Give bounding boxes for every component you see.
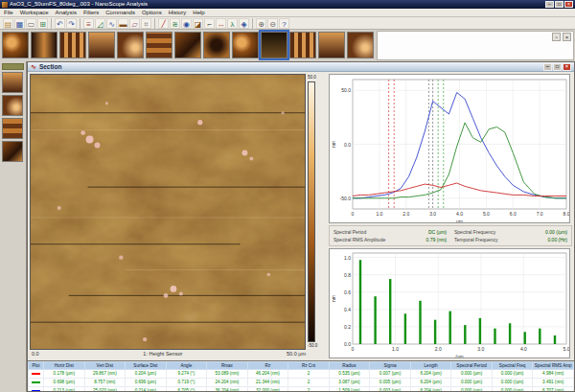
sidebar-thumbnail-2[interactable] <box>2 95 23 116</box>
column-header-14[interactable]: Spectral RMS Amp <box>533 362 574 370</box>
section-minimize-button[interactable]: – <box>543 63 552 71</box>
column-header-6[interactable]: Rmax <box>207 362 248 370</box>
menu-help[interactable]: Help <box>193 9 204 17</box>
table-cell: 9.274 (°) <box>166 370 207 379</box>
flatten-icon[interactable]: ≡ <box>83 18 94 29</box>
thumbnail-3[interactable] <box>59 32 86 58</box>
section-maximize-button[interactable]: □ <box>553 63 562 71</box>
column-header-11[interactable]: Length <box>410 362 451 370</box>
erase-icon[interactable]: ▱ <box>129 18 140 29</box>
close-button[interactable]: × <box>564 1 573 8</box>
svg-text:5.0: 5.0 <box>483 211 490 217</box>
section-icon: ∿ <box>31 62 36 72</box>
menu-analysis[interactable]: Analysis <box>56 9 77 17</box>
thumbnail-11[interactable] <box>289 32 316 58</box>
thumbnail-8[interactable] <box>203 32 230 58</box>
svg-text:/µm: /µm <box>455 354 463 359</box>
undo-icon[interactable]: ↶ <box>55 18 65 29</box>
help-icon[interactable]: ? <box>279 18 289 29</box>
open-file-icon[interactable]: ▤ <box>3 18 13 29</box>
spectral-info: Spectral PeriodDC (µm)Spectral Frequency… <box>329 225 572 246</box>
table-cell: 0.000 (/µm) <box>492 370 533 379</box>
svg-text:0.4: 0.4 <box>344 307 351 312</box>
column-header-7[interactable]: Rz <box>247 362 288 370</box>
table-cell: 2 <box>288 370 330 379</box>
spectral-item: Spectral Frequency0.00 (/µm) <box>454 228 567 236</box>
column-header-3[interactable]: Vert Dist <box>84 362 126 370</box>
thumbnail-9[interactable] <box>232 32 259 58</box>
close-panel-icon[interactable]: × <box>563 33 571 41</box>
thumbnail-12[interactable] <box>318 32 345 58</box>
width-icon[interactable]: ↔ <box>216 18 226 29</box>
print-icon[interactable]: ▭ <box>26 18 36 29</box>
column-header-5[interactable]: Angle <box>166 362 207 370</box>
image-channel-label: 1: Height Sensor <box>143 351 182 357</box>
sidebar-thumbnail-3[interactable] <box>2 118 23 139</box>
table-cell: 0.000 (/µm) <box>492 379 533 387</box>
zoom-out-icon[interactable]: ⊖ <box>267 18 278 29</box>
table-row-3[interactable]: 0.213 (µm)25.020 (nm)0.214 (µm)6.705 (°)… <box>29 387 574 392</box>
spectrum-bar <box>479 318 481 344</box>
column-header-2[interactable]: Horiz Dist <box>44 362 85 370</box>
thumbnail-13[interactable] <box>347 32 374 58</box>
menu-workspace[interactable]: Workspace <box>20 9 49 17</box>
sidebar-thumbnail-4[interactable] <box>2 141 23 162</box>
column-header-1[interactable]: Plot <box>29 362 44 370</box>
table-row-2[interactable]: 0.698 (µm)8.757 (nm)0.699 (µm)0.719 (°)2… <box>29 379 574 387</box>
spectrum-bar <box>404 313 406 344</box>
section-profile-plot[interactable]: 01.02.03.04.05.06.07.08.0-50.00.050.0nmµ… <box>329 74 570 223</box>
table-row-1[interactable]: 0.178 (µm)29.867 (nm)0.204 (µm)9.274 (°)… <box>29 370 574 379</box>
svg-text:3.0: 3.0 <box>477 346 484 352</box>
column-header-4[interactable]: Surface Dist <box>126 362 167 370</box>
spectral-value: 0.00 (Hz) <box>547 237 567 242</box>
thumbnail-4[interactable] <box>88 32 115 58</box>
median-filter-icon[interactable]: ▬ <box>118 18 128 29</box>
power-spectrum-icon[interactable]: λ <box>227 18 238 29</box>
maximize-button[interactable]: □ <box>555 1 564 8</box>
menu-options[interactable]: Options <box>142 9 162 17</box>
afm-height-image[interactable] <box>30 74 306 350</box>
column-header-9[interactable]: Radius <box>329 362 370 370</box>
svg-text:0: 0 <box>352 211 355 217</box>
minimize-button[interactable]: – <box>545 1 554 8</box>
step-icon[interactable]: ⌐ <box>204 18 215 29</box>
afm-image-panel: 50.0 -50.0 0.0 1: Height Sensor 50.0 µm <box>28 72 327 360</box>
crop-icon[interactable]: ⌗ <box>141 18 151 29</box>
save-icon[interactable]: ▦ <box>14 18 25 29</box>
thumbnail-2[interactable] <box>31 32 58 58</box>
export-icon[interactable]: ⊞ <box>37 18 48 29</box>
thumbnail-strip-row: ▫× <box>0 30 575 61</box>
particle-analysis-icon[interactable]: ◉ <box>181 18 192 29</box>
spectrum-bar-plot[interactable]: 01.02.03.04.05.00.00.20.40.60.81.0nm/µm <box>329 248 570 358</box>
dock-panel-icon[interactable]: ▫ <box>552 33 561 41</box>
svg-text:nm: nm <box>331 141 336 148</box>
menu-history[interactable]: History <box>169 9 187 17</box>
lowpass-filter-icon[interactable]: ∿ <box>106 18 117 29</box>
thumbnail-5[interactable] <box>117 32 144 58</box>
column-header-12[interactable]: Spectral Period <box>451 362 493 370</box>
roughness-icon[interactable]: ≋ <box>170 18 180 29</box>
column-header-8[interactable]: Rz Cnt <box>288 362 330 370</box>
thumbnail-10[interactable] <box>261 32 288 58</box>
section-tool-icon[interactable]: ╱ <box>158 18 169 29</box>
menu-file[interactable]: File <box>4 9 13 17</box>
section-close-button[interactable]: × <box>563 63 571 71</box>
column-header-13[interactable]: Spectral Freq <box>492 362 533 370</box>
depth-icon[interactable]: ◪ <box>193 18 203 29</box>
menu-commands[interactable]: Commands <box>105 9 135 17</box>
table-cell: 24.204 (nm) <box>207 379 248 387</box>
menu-filters[interactable]: Filters <box>83 9 99 17</box>
zoom-in-icon[interactable]: ⊕ <box>256 18 266 29</box>
thumbnail-6[interactable] <box>146 32 172 58</box>
measurements-table: PlotHoriz DistVert DistSurface DistAngle… <box>28 361 574 391</box>
column-header-10[interactable]: Sigma <box>370 362 411 370</box>
svg-text:2.0: 2.0 <box>435 346 442 352</box>
3d-view-icon[interactable]: ◈ <box>239 18 249 29</box>
spectral-item: Spectral RMS Amplitude0.79 (nm) <box>334 236 447 243</box>
sidebar-thumbnail-1[interactable] <box>2 72 23 93</box>
redo-icon[interactable]: ↷ <box>66 18 77 29</box>
thumbnail-7[interactable] <box>174 32 201 58</box>
plane-fit-icon[interactable]: ◿ <box>95 18 105 29</box>
table-cell: 0.005 (µm) <box>370 379 411 387</box>
thumbnail-1[interactable] <box>2 32 29 58</box>
